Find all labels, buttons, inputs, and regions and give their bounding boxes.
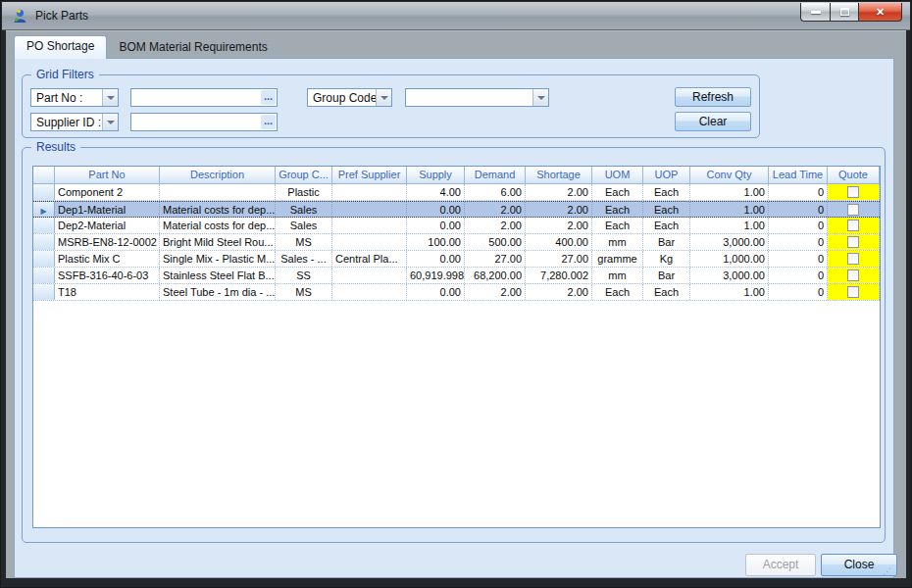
table-row[interactable]: ▶Dep1-MaterialMaterial costs for dep...S… bbox=[33, 201, 880, 218]
grid-cell[interactable]: Each bbox=[643, 284, 690, 300]
quote-checkbox[interactable] bbox=[847, 236, 859, 248]
maximize-button[interactable] bbox=[830, 3, 859, 22]
quote-cell[interactable] bbox=[828, 268, 880, 283]
grid-cell[interactable]: 2.00 bbox=[526, 184, 592, 200]
grid-cell[interactable]: 2.00 bbox=[465, 202, 526, 217]
column-header[interactable]: Conv Qty bbox=[690, 167, 769, 183]
grid-cell[interactable]: 0 bbox=[769, 218, 828, 233]
grid-cell[interactable]: MSRB-EN8-12-0002 bbox=[55, 234, 160, 250]
column-header[interactable]: Description bbox=[160, 167, 276, 183]
quote-checkbox[interactable] bbox=[847, 220, 859, 231]
tab-po-shortage[interactable]: PO Shortage bbox=[14, 35, 107, 59]
quote-checkbox[interactable] bbox=[847, 186, 859, 198]
grid-cell[interactable]: 0 bbox=[769, 251, 828, 267]
grid-cell[interactable]: SS bbox=[276, 268, 332, 283]
grid-cell[interactable]: 0.00 bbox=[407, 284, 465, 300]
grid-cell[interactable]: 100.00 bbox=[407, 234, 465, 250]
grid-cell[interactable]: 500.00 bbox=[465, 234, 526, 250]
grid-cell[interactable]: 0 bbox=[769, 184, 828, 200]
grid-cell[interactable]: 400.00 bbox=[526, 234, 592, 250]
grid-cell[interactable]: 60,919.998 bbox=[407, 268, 465, 283]
row-selector[interactable] bbox=[33, 234, 55, 250]
grid-cell[interactable]: Sales bbox=[276, 218, 332, 233]
grid-cell[interactable]: gramme bbox=[592, 251, 643, 267]
supplier-id-dropdown-button[interactable] bbox=[102, 114, 118, 130]
accept-button[interactable]: Accept bbox=[745, 554, 816, 576]
quote-cell[interactable] bbox=[828, 202, 880, 217]
supplier-id-value[interactable] bbox=[131, 114, 260, 130]
tab-bom-material-requirements[interactable]: BOM Material Requirements bbox=[107, 37, 279, 58]
grid-cell[interactable]: 3,000.00 bbox=[690, 234, 769, 250]
grid-cell[interactable]: 2.00 bbox=[465, 284, 526, 300]
minimize-button[interactable] bbox=[800, 3, 830, 22]
group-code-dropdown-button[interactable] bbox=[376, 89, 391, 106]
table-row[interactable]: Dep2-MaterialMaterial costs for dep...Sa… bbox=[33, 218, 880, 234]
grid-cell[interactable]: Component 2 bbox=[55, 184, 160, 200]
column-header[interactable]: Part No bbox=[55, 167, 160, 183]
grid-cell[interactable]: Each bbox=[592, 218, 643, 233]
grid-cell[interactable]: 1,000.00 bbox=[690, 251, 769, 267]
part-no-dropdown-button[interactable] bbox=[102, 89, 118, 106]
grid-cell[interactable] bbox=[332, 284, 407, 300]
table-row[interactable]: Plastic Mix CSingle Mix - Plastic M...Sa… bbox=[33, 251, 880, 268]
grid-cell[interactable]: 4.00 bbox=[407, 184, 465, 200]
grid-cell[interactable] bbox=[332, 184, 407, 200]
row-selector[interactable] bbox=[33, 218, 55, 233]
quote-checkbox[interactable] bbox=[847, 286, 859, 298]
grid-cell[interactable]: MS bbox=[276, 284, 332, 300]
grid-cell[interactable]: Each bbox=[592, 202, 643, 217]
grid-cell[interactable]: 27.00 bbox=[465, 251, 526, 267]
grid-cell[interactable]: 2.00 bbox=[465, 218, 526, 233]
quote-checkbox[interactable] bbox=[847, 270, 859, 281]
grid-cell[interactable]: 6.00 bbox=[465, 184, 526, 200]
group-code-value-dropdown-button[interactable] bbox=[532, 89, 548, 106]
row-selector[interactable] bbox=[33, 251, 55, 267]
grid-cell[interactable]: 2.00 bbox=[526, 284, 592, 300]
grid-cell[interactable]: T18 bbox=[55, 284, 160, 300]
grid-cell[interactable]: Single Mix - Plastic M... bbox=[160, 251, 276, 267]
grid-cell[interactable]: Plastic bbox=[276, 184, 332, 200]
grid-cell[interactable]: 1.00 bbox=[690, 218, 769, 233]
grid-cell[interactable] bbox=[332, 268, 407, 283]
resize-grip[interactable]: ⋰ bbox=[883, 566, 891, 576]
column-header[interactable]: Quote bbox=[828, 167, 880, 183]
grid-cell[interactable]: 1.00 bbox=[690, 284, 769, 300]
grid-cell[interactable]: Bar bbox=[643, 234, 690, 250]
grid-cell[interactable]: Bright Mild Steel Rou... bbox=[160, 234, 276, 250]
part-no-browse-button[interactable]: ... bbox=[261, 90, 276, 105]
grid-cell[interactable]: Sales bbox=[276, 202, 332, 217]
grid-cell[interactable]: 7,280.002 bbox=[526, 268, 592, 283]
grid-cell[interactable]: SSFB-316-40-6-03 bbox=[55, 268, 160, 283]
row-selector[interactable] bbox=[33, 284, 55, 300]
grid-cell[interactable]: 3,000.00 bbox=[690, 268, 769, 283]
grid-cell[interactable]: 0.00 bbox=[407, 202, 465, 217]
title-bar[interactable]: Pick Parts ✕ bbox=[2, 2, 910, 30]
row-selector[interactable]: ▶ bbox=[33, 202, 55, 217]
grid-cell[interactable]: mm bbox=[592, 234, 643, 250]
column-header[interactable]: Shortage bbox=[526, 167, 592, 183]
grid-cell[interactable]: Each bbox=[592, 284, 643, 300]
grid-cell[interactable]: Kg bbox=[643, 251, 690, 267]
column-header[interactable]: Lead Time bbox=[769, 167, 828, 183]
grid-cell[interactable]: 0 bbox=[769, 234, 828, 250]
grid-cell[interactable] bbox=[332, 218, 407, 233]
quote-cell[interactable] bbox=[828, 284, 880, 300]
grid-cell[interactable]: Plastic Mix C bbox=[55, 251, 160, 267]
grid-cell[interactable]: 0.00 bbox=[407, 251, 465, 267]
supplier-id-browse-button[interactable]: ... bbox=[261, 115, 276, 129]
grid-cell[interactable] bbox=[160, 184, 276, 200]
grid-cell[interactable] bbox=[332, 234, 407, 250]
part-no-value[interactable] bbox=[131, 89, 260, 106]
row-selector[interactable] bbox=[33, 268, 55, 283]
group-code-value[interactable] bbox=[406, 89, 532, 106]
column-header[interactable]: Group C... bbox=[276, 167, 332, 183]
column-header[interactable] bbox=[33, 167, 55, 183]
grid-cell[interactable]: 68,200.00 bbox=[465, 268, 526, 283]
quote-cell[interactable] bbox=[828, 184, 880, 200]
quote-checkbox[interactable] bbox=[847, 204, 859, 216]
quote-checkbox[interactable] bbox=[847, 253, 859, 265]
grid-cell[interactable]: Dep1-Material bbox=[55, 202, 160, 217]
column-header[interactable]: Demand bbox=[465, 167, 526, 183]
grid-cell[interactable]: Central Pla... bbox=[332, 251, 407, 267]
grid-cell[interactable]: 1.00 bbox=[690, 184, 769, 200]
